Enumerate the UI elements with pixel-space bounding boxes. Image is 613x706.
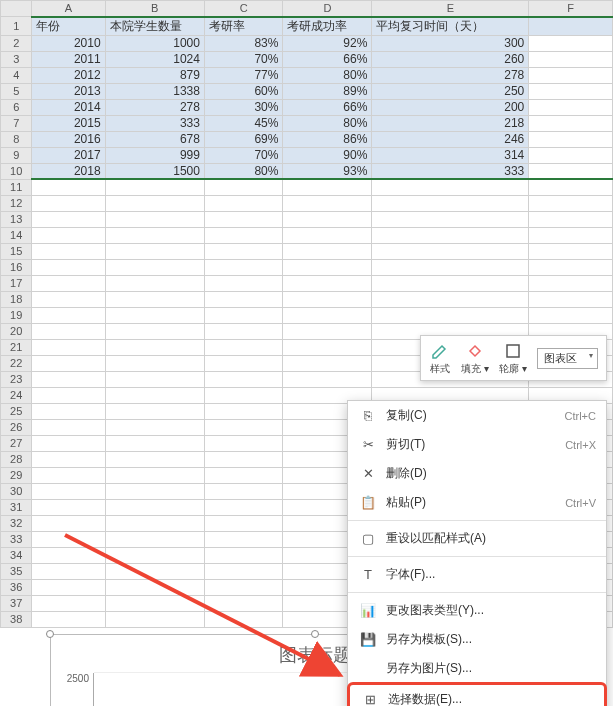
menu-font[interactable]: T 字体(F)... (348, 560, 606, 589)
row-header[interactable]: 6 (1, 99, 32, 115)
row-header[interactable]: 10 (1, 163, 32, 179)
row-header[interactable]: 33 (1, 531, 32, 547)
cell[interactable]: 45% (204, 115, 282, 131)
row-header[interactable]: 36 (1, 579, 32, 595)
cell[interactable]: 83% (204, 35, 282, 51)
row-header[interactable]: 28 (1, 451, 32, 467)
style-button[interactable]: 样式 (429, 340, 451, 376)
cell[interactable]: 60% (204, 83, 282, 99)
row-header[interactable]: 12 (1, 195, 32, 211)
menu-cut[interactable]: ✂ 剪切(T) Ctrl+X (348, 430, 606, 459)
col-header-e[interactable]: E (372, 1, 529, 17)
cell[interactable] (529, 163, 613, 179)
row-header[interactable]: 5 (1, 83, 32, 99)
cell[interactable]: 2013 (32, 83, 105, 99)
row-header[interactable]: 26 (1, 419, 32, 435)
cell[interactable]: 2015 (32, 115, 105, 131)
menu-paste[interactable]: 📋 粘贴(P) Ctrl+V (348, 488, 606, 517)
cell[interactable]: 2010 (32, 35, 105, 51)
cell[interactable]: 70% (204, 51, 282, 67)
row-header[interactable]: 1 (1, 17, 32, 36)
cell[interactable]: 69% (204, 131, 282, 147)
row-header[interactable]: 14 (1, 227, 32, 243)
cell[interactable]: 879 (105, 67, 204, 83)
col-header-c[interactable]: C (204, 1, 282, 17)
cell[interactable]: 2017 (32, 147, 105, 163)
cell[interactable]: 80% (283, 115, 372, 131)
cell[interactable]: 93% (283, 163, 372, 179)
cell[interactable] (529, 83, 613, 99)
cell[interactable]: 平均复习时间（天） (372, 17, 529, 36)
menu-select-data[interactable]: ⊞ 选择数据(E)... (347, 682, 607, 706)
menu-save-image[interactable]: 另存为图片(S)... (348, 654, 606, 683)
corner-cell[interactable] (1, 1, 32, 17)
row-header[interactable]: 17 (1, 275, 32, 291)
cell[interactable] (529, 67, 613, 83)
row-header[interactable]: 7 (1, 115, 32, 131)
menu-copy[interactable]: ⎘ 复制(C) Ctrl+C (348, 401, 606, 430)
cell[interactable]: 80% (283, 67, 372, 83)
row-header[interactable]: 11 (1, 179, 32, 195)
row-header[interactable]: 35 (1, 563, 32, 579)
cell[interactable]: 80% (204, 163, 282, 179)
cell[interactable]: 1338 (105, 83, 204, 99)
cell[interactable]: 90% (283, 147, 372, 163)
row-header[interactable]: 29 (1, 467, 32, 483)
row-header[interactable]: 4 (1, 67, 32, 83)
cell[interactable] (529, 35, 613, 51)
cell[interactable]: 333 (105, 115, 204, 131)
row-header[interactable]: 37 (1, 595, 32, 611)
cell[interactable]: 278 (372, 67, 529, 83)
cell[interactable]: 92% (283, 35, 372, 51)
row-header[interactable]: 18 (1, 291, 32, 307)
cell[interactable]: 30% (204, 99, 282, 115)
col-header-f[interactable]: F (529, 1, 613, 17)
cell[interactable]: 1024 (105, 51, 204, 67)
row-header[interactable]: 16 (1, 259, 32, 275)
resize-handle[interactable] (46, 630, 54, 638)
row-header[interactable]: 34 (1, 547, 32, 563)
fill-button[interactable]: 填充 ▾ (461, 340, 489, 376)
row-header[interactable]: 23 (1, 371, 32, 387)
col-header-b[interactable]: B (105, 1, 204, 17)
row-header[interactable]: 25 (1, 403, 32, 419)
cell[interactable]: 66% (283, 51, 372, 67)
row-header[interactable]: 9 (1, 147, 32, 163)
menu-delete[interactable]: ✕ 删除(D) (348, 459, 606, 488)
row-header[interactable]: 15 (1, 243, 32, 259)
cell[interactable]: 2018 (32, 163, 105, 179)
cell[interactable]: 89% (283, 83, 372, 99)
cell[interactable]: 考研率 (204, 17, 282, 36)
cell[interactable]: 250 (372, 83, 529, 99)
row-header[interactable]: 3 (1, 51, 32, 67)
cell[interactable] (529, 131, 613, 147)
col-header-d[interactable]: D (283, 1, 372, 17)
col-header-a[interactable]: A (32, 1, 105, 17)
row-header[interactable]: 31 (1, 499, 32, 515)
cell[interactable]: 86% (283, 131, 372, 147)
menu-reset-style[interactable]: ▢ 重设以匹配样式(A) (348, 524, 606, 553)
cell[interactable]: 333 (372, 163, 529, 179)
menu-change-chart-type[interactable]: 📊 更改图表类型(Y)... (348, 596, 606, 625)
row-header[interactable]: 27 (1, 435, 32, 451)
cell[interactable]: 999 (105, 147, 204, 163)
cell[interactable] (529, 17, 613, 36)
menu-save-template[interactable]: 💾 另存为模板(S)... (348, 625, 606, 654)
resize-handle[interactable] (311, 630, 319, 638)
row-header[interactable]: 38 (1, 611, 32, 627)
cell[interactable]: 300 (372, 35, 529, 51)
row-header[interactable]: 8 (1, 131, 32, 147)
row-header[interactable]: 30 (1, 483, 32, 499)
cell[interactable]: 1500 (105, 163, 204, 179)
cell[interactable]: 2012 (32, 67, 105, 83)
cell[interactable]: 246 (372, 131, 529, 147)
row-header[interactable]: 32 (1, 515, 32, 531)
row-header[interactable]: 21 (1, 339, 32, 355)
row-header[interactable]: 2 (1, 35, 32, 51)
cell[interactable]: 70% (204, 147, 282, 163)
cell[interactable]: 2014 (32, 99, 105, 115)
cell[interactable]: 1000 (105, 35, 204, 51)
cell[interactable] (529, 99, 613, 115)
cell[interactable]: 考研成功率 (283, 17, 372, 36)
cell[interactable]: 200 (372, 99, 529, 115)
